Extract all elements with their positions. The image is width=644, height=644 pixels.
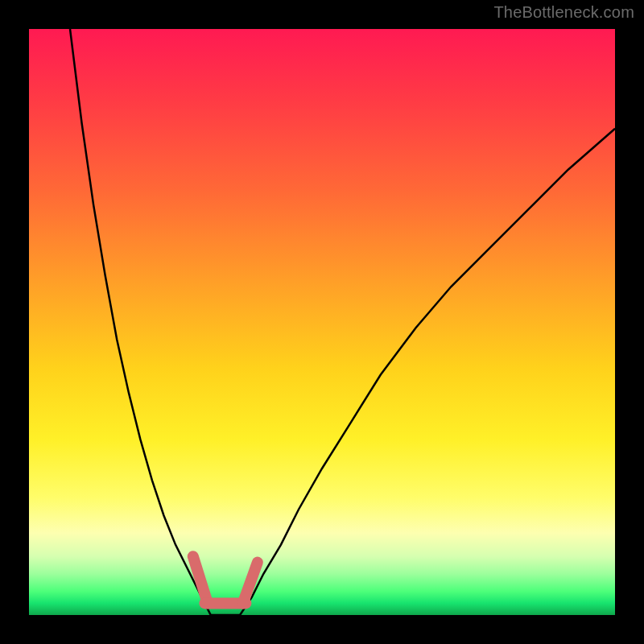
curve-highlight	[193, 556, 258, 603]
plot-svg	[29, 29, 615, 615]
curve-right-branch	[240, 129, 615, 615]
bottleneck-curve	[70, 29, 615, 615]
curve-left-branch	[70, 29, 211, 615]
highlight-segment-2	[243, 563, 258, 604]
chart-frame: TheBottleneck.com	[0, 0, 644, 644]
watermark-text: TheBottleneck.com	[493, 3, 634, 22]
plot-area	[29, 29, 615, 615]
highlight-segment-0	[193, 556, 208, 603]
